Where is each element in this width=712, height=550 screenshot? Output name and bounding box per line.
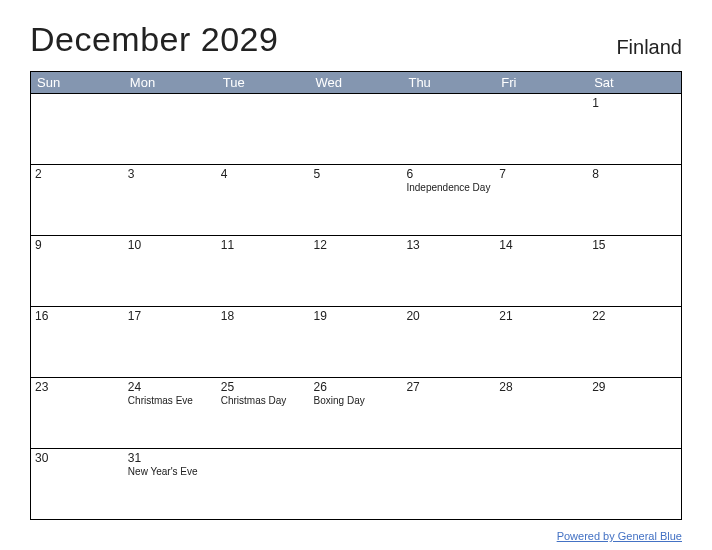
calendar-grid: Sun Mon Tue Wed Thu Fri Sat 123456Indepe… xyxy=(30,71,682,520)
day-cell: 8 xyxy=(588,165,681,235)
day-cell: 30 xyxy=(31,449,124,519)
day-number: 11 xyxy=(221,238,306,252)
day-header-fri: Fri xyxy=(495,72,588,93)
day-cell xyxy=(217,449,310,519)
day-cell: 17 xyxy=(124,307,217,377)
day-number: 9 xyxy=(35,238,120,252)
day-number: 23 xyxy=(35,380,120,394)
day-number: 13 xyxy=(406,238,491,252)
day-number: 12 xyxy=(314,238,399,252)
day-cell: 12 xyxy=(310,236,403,306)
day-cell xyxy=(310,94,403,164)
day-cell: 23 xyxy=(31,378,124,448)
day-number: 5 xyxy=(314,167,399,181)
page-title: December 2029 xyxy=(30,20,278,59)
day-number: 16 xyxy=(35,309,120,323)
day-number: 17 xyxy=(128,309,213,323)
day-cell: 20 xyxy=(402,307,495,377)
day-cell: 14 xyxy=(495,236,588,306)
day-cell: 15 xyxy=(588,236,681,306)
day-cell xyxy=(495,449,588,519)
footer-link[interactable]: Powered by General Blue xyxy=(557,530,682,542)
day-number: 8 xyxy=(592,167,677,181)
calendar-header: December 2029 Finland xyxy=(30,20,682,59)
day-cell xyxy=(402,449,495,519)
day-cell xyxy=(402,94,495,164)
day-cell: 31New Year's Eve xyxy=(124,449,217,519)
day-header-wed: Wed xyxy=(310,72,403,93)
day-number: 3 xyxy=(128,167,213,181)
day-cell: 4 xyxy=(217,165,310,235)
day-cell: 9 xyxy=(31,236,124,306)
day-number: 29 xyxy=(592,380,677,394)
event-label: New Year's Eve xyxy=(128,466,213,478)
day-number: 26 xyxy=(314,380,399,394)
day-header-sun: Sun xyxy=(31,72,124,93)
footer: Powered by General Blue xyxy=(30,526,682,544)
week-row: 1 xyxy=(31,93,681,164)
day-cell: 16 xyxy=(31,307,124,377)
country-label: Finland xyxy=(616,36,682,59)
day-cell xyxy=(124,94,217,164)
day-header-sat: Sat xyxy=(588,72,681,93)
week-row: 9101112131415 xyxy=(31,235,681,306)
day-cell xyxy=(588,449,681,519)
day-cell: 22 xyxy=(588,307,681,377)
day-cell: 21 xyxy=(495,307,588,377)
day-number: 27 xyxy=(406,380,491,394)
week-row: 16171819202122 xyxy=(31,306,681,377)
day-number: 28 xyxy=(499,380,584,394)
day-cell xyxy=(495,94,588,164)
day-cell: 28 xyxy=(495,378,588,448)
day-cell: 7 xyxy=(495,165,588,235)
day-cell: 26Boxing Day xyxy=(310,378,403,448)
day-header-tue: Tue xyxy=(217,72,310,93)
day-number: 30 xyxy=(35,451,120,465)
day-cell: 19 xyxy=(310,307,403,377)
day-header-thu: Thu xyxy=(402,72,495,93)
day-number: 25 xyxy=(221,380,306,394)
event-label: Boxing Day xyxy=(314,395,399,407)
day-number: 1 xyxy=(592,96,677,110)
day-number: 2 xyxy=(35,167,120,181)
day-cell: 1 xyxy=(588,94,681,164)
event-label: Independence Day xyxy=(406,182,491,194)
day-number: 18 xyxy=(221,309,306,323)
day-number: 6 xyxy=(406,167,491,181)
day-cell: 24Christmas Eve xyxy=(124,378,217,448)
day-cell: 10 xyxy=(124,236,217,306)
event-label: Christmas Day xyxy=(221,395,306,407)
day-cell: 6Independence Day xyxy=(402,165,495,235)
day-cell: 13 xyxy=(402,236,495,306)
week-row: 3031New Year's Eve xyxy=(31,448,681,519)
day-number: 4 xyxy=(221,167,306,181)
day-cell: 2 xyxy=(31,165,124,235)
day-cell: 27 xyxy=(402,378,495,448)
week-row: 2324Christmas Eve25Christmas Day26Boxing… xyxy=(31,377,681,448)
day-number: 31 xyxy=(128,451,213,465)
day-header-mon: Mon xyxy=(124,72,217,93)
event-label: Christmas Eve xyxy=(128,395,213,407)
week-row: 23456Independence Day78 xyxy=(31,164,681,235)
day-number: 22 xyxy=(592,309,677,323)
day-cell: 11 xyxy=(217,236,310,306)
day-number: 20 xyxy=(406,309,491,323)
day-number: 7 xyxy=(499,167,584,181)
day-cell xyxy=(310,449,403,519)
day-cell: 18 xyxy=(217,307,310,377)
day-number: 21 xyxy=(499,309,584,323)
day-number: 24 xyxy=(128,380,213,394)
day-number: 14 xyxy=(499,238,584,252)
day-header-row: Sun Mon Tue Wed Thu Fri Sat xyxy=(31,72,681,93)
day-cell: 5 xyxy=(310,165,403,235)
day-cell xyxy=(31,94,124,164)
day-cell: 29 xyxy=(588,378,681,448)
day-cell: 3 xyxy=(124,165,217,235)
day-number: 19 xyxy=(314,309,399,323)
day-number: 10 xyxy=(128,238,213,252)
day-number: 15 xyxy=(592,238,677,252)
day-cell: 25Christmas Day xyxy=(217,378,310,448)
day-cell xyxy=(217,94,310,164)
